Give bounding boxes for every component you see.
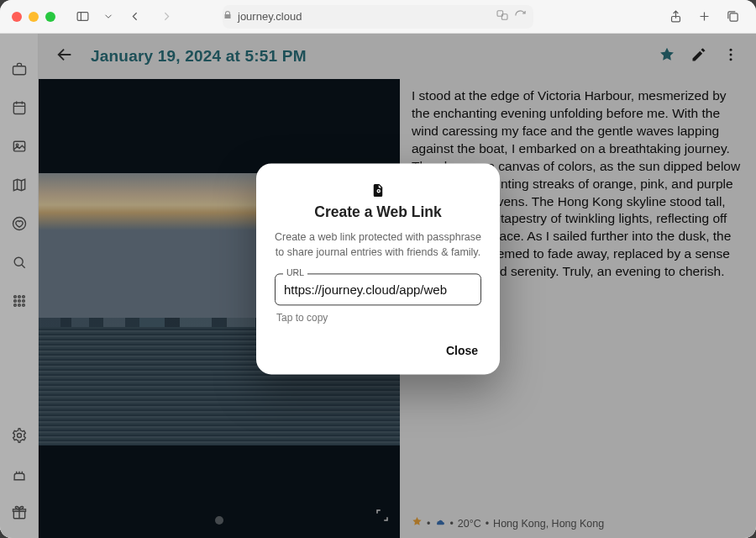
nav-back-button[interactable] [123,5,146,29]
close-button[interactable]: Close [443,340,481,363]
svg-rect-0 [77,13,88,21]
minimize-window-button[interactable] [29,12,39,22]
chevron-down-icon[interactable] [102,5,114,29]
svg-rect-7 [729,13,737,21]
window: journey.cloud [0,0,756,538]
tap-to-copy[interactable]: Tap to copy [276,313,480,324]
titlebar: journey.cloud [0,0,756,34]
share-icon[interactable] [664,5,687,29]
weblink-dialog: Create a Web Link Create a web link prot… [256,163,500,374]
close-window-button[interactable] [12,12,22,22]
translate-icon[interactable] [496,8,509,24]
new-tab-icon[interactable] [692,5,716,29]
reload-icon[interactable] [514,9,527,24]
address-bar[interactable]: journey.cloud [223,5,533,29]
nav-forward-button[interactable] [155,5,178,29]
url-input[interactable] [275,274,481,306]
address-text: journey.cloud [238,10,302,23]
dialog-description: Create a web link protected with passphr… [275,229,481,260]
sidebar-toggle-icon[interactable] [71,5,94,29]
tabs-icon[interactable] [721,5,744,29]
dialog-title: Create a Web Link [275,203,481,221]
file-link-icon [275,182,481,198]
url-field: URL [275,274,481,306]
lock-icon [223,10,233,23]
maximize-window-button[interactable] [45,12,55,22]
traffic-lights [12,12,55,22]
url-label: URL [283,268,307,278]
